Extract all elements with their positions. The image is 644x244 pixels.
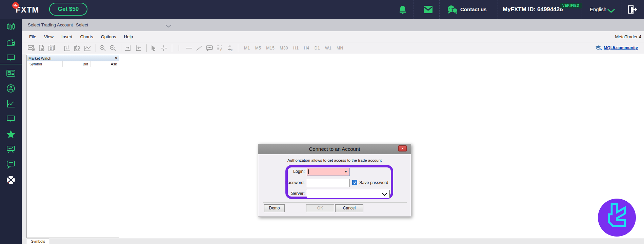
dialog-separator [263, 202, 407, 203]
market-watch-header-row: Symbol Bid Ask [27, 61, 119, 67]
shift-end-icon[interactable] [124, 44, 133, 52]
new-chart-icon[interactable] [27, 44, 36, 52]
timeframe-m15[interactable]: M15 [266, 46, 275, 50]
market-watch-title: Market Watch [28, 56, 115, 60]
checkmark-icon [353, 181, 357, 184]
brand-logo[interactable]: My FXTM [12, 2, 43, 17]
ok-button[interactable]: OK [306, 204, 334, 212]
contact-us-label[interactable]: Contact us [460, 0, 487, 19]
save-password-checkbox[interactable] [352, 180, 357, 185]
watermark-logo [597, 198, 637, 237]
language-selector[interactable]: English [590, 0, 606, 19]
top-header: My FXTM Get $50 Contact us MyFXTM ID: 64… [0, 0, 644, 19]
timeframe-m5[interactable]: M5 [255, 46, 261, 50]
app-root: My FXTM Get $50 Contact us MyFXTM ID: 64… [0, 0, 644, 244]
account-selector[interactable]: Select [76, 22, 88, 27]
fibonacci-icon[interactable]: F [215, 44, 224, 52]
timeframe-h4[interactable]: H4 [304, 46, 309, 50]
header-divider [439, 0, 440, 19]
toolbar-separator [238, 44, 238, 52]
language-chevron-down-icon[interactable] [607, 8, 615, 14]
bell-icon[interactable] [398, 5, 407, 16]
menu-file[interactable]: File [29, 34, 36, 39]
bar-chart-icon[interactable] [63, 44, 72, 52]
timeframe-d1[interactable]: D1 [315, 46, 320, 50]
sidebar-item-analytics[interactable] [0, 97, 22, 112]
combo-arrow-icon[interactable]: ▼ [344, 170, 347, 174]
panel-splitter[interactable] [121, 54, 121, 239]
text-caret [308, 169, 309, 174]
login-label: Login: [258, 169, 305, 174]
mail-icon[interactable] [423, 5, 433, 16]
horizontal-line-icon[interactable] [185, 44, 194, 52]
mql5-community-link[interactable]: MQL5.community [595, 45, 638, 50]
new-order-icon[interactable]: $ [47, 44, 56, 52]
chat-icon[interactable] [446, 5, 458, 16]
account-select-bar: Select Trading Account Select [22, 19, 644, 31]
toolbar-separator [172, 44, 172, 52]
id-card-icon [6, 69, 16, 78]
timeframe-h1[interactable]: H1 [293, 46, 299, 50]
close-icon[interactable]: × [115, 56, 117, 60]
dialog-close-icon[interactable]: × [398, 145, 407, 151]
verified-badge: VERIFIED [560, 3, 582, 8]
sidebar-item-profile[interactable] [0, 81, 22, 97]
zoom-in-icon[interactable] [98, 44, 107, 52]
menu-view[interactable]: View [44, 34, 54, 39]
crosshair-icon[interactable] [159, 44, 168, 52]
new-document-icon[interactable] [37, 44, 46, 52]
password-field[interactable] [307, 179, 350, 187]
sidebar-item-sphere[interactable] [0, 173, 22, 188]
presentation-chart-icon [6, 145, 15, 155]
sidebar-item-wallet[interactable] [0, 36, 22, 51]
sidebar-item-favorites[interactable] [0, 127, 22, 142]
dialog-titlebar[interactable]: Connect to an Account × [258, 144, 411, 154]
svg-text:E: E [231, 49, 233, 52]
tab-symbols[interactable]: Symbols [27, 239, 49, 244]
timeframe-mn[interactable]: MN [337, 46, 343, 50]
timeframe-m1[interactable]: M1 [244, 46, 250, 50]
column-bid[interactable]: Bid [63, 61, 90, 67]
header-divider [582, 0, 582, 19]
sidebar-item-id-card[interactable] [0, 66, 22, 81]
cancel-button[interactable]: Cancel [335, 204, 363, 212]
demo-button[interactable]: Demo [264, 204, 285, 212]
timeframe-w1[interactable]: W1 [325, 46, 331, 50]
sidebar-item-presentation[interactable] [0, 142, 22, 158]
vertical-line-icon[interactable] [175, 44, 183, 52]
graduation-cap-icon [595, 45, 602, 50]
left-gutter [22, 54, 26, 238]
header-divider [622, 0, 622, 19]
toolbar: $ F E M1 M5 M15 M30 H1 H4 D1 W1 MN [22, 42, 644, 54]
save-password-label: Save password [359, 180, 388, 185]
trendline-icon[interactable] [195, 44, 204, 52]
market-watch-titlebar[interactable]: Market Watch × [27, 55, 119, 61]
menu-charts[interactable]: Charts [80, 34, 93, 39]
logout-icon[interactable] [627, 5, 637, 16]
column-ask[interactable]: Ask [90, 61, 119, 67]
connect-account-dialog: Connect to an Account × Authorization al… [258, 144, 411, 217]
chevron-down-icon[interactable] [165, 23, 172, 29]
menu-help[interactable]: Help [124, 34, 133, 39]
expert-advisor-icon[interactable]: E [225, 44, 234, 52]
login-combobox[interactable]: ▼ [307, 168, 350, 176]
sidebar-item-trading[interactable] [0, 20, 22, 36]
feedback-chat-icon [6, 160, 15, 170]
get-bonus-button[interactable]: Get $50 [49, 3, 87, 16]
menu-insert[interactable]: Insert [61, 34, 73, 39]
column-symbol[interactable]: Symbol [27, 61, 63, 67]
shift-begin-icon[interactable] [134, 44, 143, 52]
zoom-out-icon[interactable] [108, 44, 117, 52]
dialog-title: Connect to an Account [309, 146, 360, 152]
cursor-icon[interactable] [149, 44, 158, 52]
sidebar-item-desktop[interactable] [0, 112, 22, 127]
line-chart-icon[interactable] [83, 44, 92, 52]
menu-options[interactable]: Options [101, 34, 116, 39]
svg-text:$: $ [50, 47, 52, 50]
sidebar-item-feedback[interactable] [0, 158, 22, 173]
candlestick-chart-icon[interactable] [73, 44, 82, 52]
text-label-icon[interactable] [205, 44, 214, 52]
timeframe-m30[interactable]: M30 [280, 46, 288, 50]
server-combobox[interactable] [307, 190, 390, 198]
toolbar-separator [96, 44, 96, 52]
